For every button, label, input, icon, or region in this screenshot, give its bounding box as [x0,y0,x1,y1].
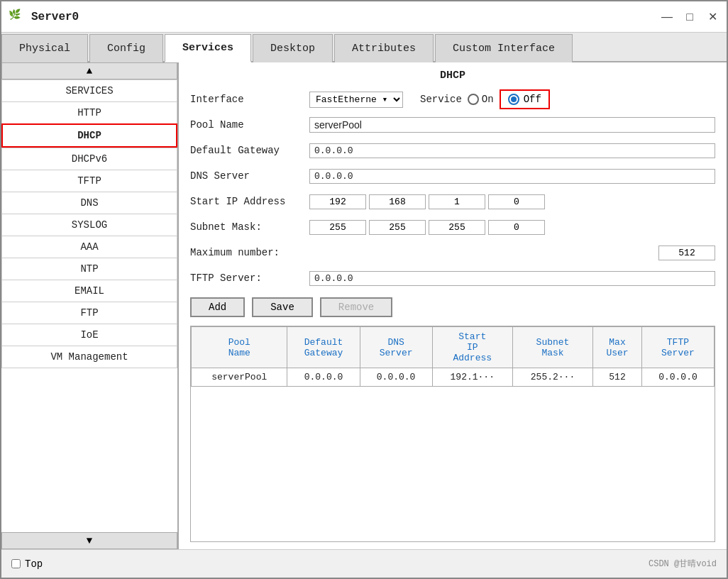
interface-service-row: Interface FastEtherne ▾ Service On Off [190,89,715,110]
top-checkbox[interactable] [11,559,21,568]
subnet-mask-octet1[interactable] [309,220,366,235]
off-radio-label: Off [524,94,541,105]
sidebar-item-vm-management[interactable]: VM Management [1,346,177,368]
sidebar-item-ftp[interactable]: FTP [1,302,177,324]
sidebar: ▲ SERVICES HTTP DHCP DHCPv6 TFTP DNS SYS… [1,62,179,549]
top-checkbox-label[interactable]: Top [11,558,43,570]
interface-label: Interface [190,94,304,105]
cell-pool-name: serverPool [192,368,287,387]
service-label: Service [420,94,462,105]
scroll-up-button[interactable]: ▲ [1,62,177,79]
dns-server-label: DNS Server [190,170,304,182]
tab-desktop[interactable]: Desktop [253,34,333,62]
col-default-gateway: DefaultGateway [287,327,360,368]
sidebar-item-aaa[interactable]: AAA [1,236,177,258]
cell-dns-server: 0.0.0.0 [360,368,432,387]
sidebar-item-ntp[interactable]: NTP [1,258,177,280]
dhcp-table-container: PoolName DefaultGateway DNSServer StartI… [190,326,715,542]
save-button[interactable]: Save [252,297,313,317]
main-window: 🌿 Server0 — □ ✕ Physical Config Services… [0,0,728,579]
sidebar-item-dns[interactable]: DNS [1,192,177,214]
sidebar-item-dhcpv6[interactable]: DHCPv6 [1,148,177,170]
col-dns-server: DNSServer [360,327,432,368]
default-gateway-input[interactable] [309,143,715,158]
close-button[interactable]: ✕ [705,10,719,24]
subnet-mask-octet2[interactable] [369,220,426,235]
tab-config[interactable]: Config [89,34,163,62]
add-button[interactable]: Add [190,297,245,317]
dns-server-row: DNS Server [190,165,715,187]
tab-services[interactable]: Services [165,34,251,62]
tftp-server-label: TFTP Server: [190,272,304,284]
start-ip-fields [309,194,545,209]
service-on-radio[interactable]: On [468,94,494,105]
pool-name-row: Pool Name [190,114,715,136]
dns-server-input[interactable] [309,169,715,184]
service-radio-group: On Off [468,89,550,109]
window-controls: — □ ✕ [660,10,719,24]
tab-bar: Physical Config Services Desktop Attribu… [1,33,727,62]
main-panel: DHCP Interface FastEtherne ▾ Service On … [179,62,727,549]
start-ip-octet3[interactable] [429,194,485,209]
tab-attributes[interactable]: Attributes [334,34,434,62]
max-number-input[interactable] [658,246,715,260]
col-tftp-server: TFTPServer [641,327,714,368]
tab-custom-interface[interactable]: Custom Interface [435,34,573,62]
service-off-box[interactable]: Off [500,89,550,109]
tab-physical[interactable]: Physical [1,34,88,62]
sidebar-item-syslog[interactable]: SYSLOG [1,214,177,236]
subnet-mask-row: Subnet Mask: [190,216,715,238]
pool-name-label: Pool Name [190,119,304,131]
subnet-mask-octet3[interactable] [429,220,485,235]
interface-select[interactable]: FastEtherne ▾ [309,92,403,108]
sidebar-items-list: SERVICES HTTP DHCP DHCPv6 TFTP DNS SYSLO… [1,79,177,532]
subnet-mask-label: Subnet Mask: [190,221,304,233]
top-label: Top [25,558,43,570]
off-radio-circle[interactable] [508,94,519,105]
start-ip-octet4[interactable] [488,194,545,209]
sidebar-item-ioe[interactable]: IoE [1,324,177,346]
on-radio-label: On [482,94,494,105]
col-start-ip: StartIPAddress [432,327,512,368]
watermark-text: CSDN @甘晴void [649,558,717,570]
pool-name-input[interactable] [309,117,715,133]
scroll-down-button[interactable]: ▼ [1,532,177,549]
title-bar: 🌿 Server0 — □ ✕ [1,1,727,33]
col-pool-name: PoolName [192,327,287,368]
max-number-label: Maximum number: [190,247,304,258]
maximize-button[interactable]: □ [683,10,697,24]
panel-title: DHCP [190,70,715,82]
app-icon: 🌿 [9,9,26,26]
start-ip-octet1[interactable] [309,194,366,209]
start-ip-label: Start IP Address [190,196,304,207]
subnet-mask-octet4[interactable] [488,220,545,235]
col-subnet-mask: SubnetMask [512,327,592,368]
start-ip-octet2[interactable] [369,194,426,209]
sidebar-item-services[interactable]: SERVICES [1,79,177,101]
sidebar-item-http[interactable]: HTTP [1,101,177,123]
remove-button[interactable]: Remove [320,297,392,317]
bottom-bar: Top CSDN @甘晴void [1,549,727,578]
table-row[interactable]: serverPool 0.0.0.0 0.0.0.0 192.1··· 255.… [192,368,715,387]
on-radio-circle[interactable] [468,94,479,105]
cell-subnet-mask: 255.2··· [512,368,592,387]
cell-max-user: 512 [593,368,642,387]
minimize-button[interactable]: — [660,10,674,24]
max-number-row: Maximum number: [190,242,715,263]
start-ip-row: Start IP Address [190,191,715,212]
col-max-user: MaxUser [593,327,642,368]
cell-default-gateway: 0.0.0.0 [287,368,360,387]
sidebar-item-dhcp[interactable]: DHCP [1,123,177,148]
tftp-server-input[interactable] [309,271,715,286]
sidebar-item-email[interactable]: EMAIL [1,280,177,302]
action-buttons-row: Add Save Remove [190,297,715,317]
tftp-server-row: TFTP Server: [190,268,715,289]
default-gateway-row: Default Gateway [190,140,715,161]
default-gateway-label: Default Gateway [190,145,304,156]
window-title: Server0 [31,11,660,23]
dhcp-table: PoolName DefaultGateway DNSServer StartI… [191,326,715,387]
subnet-mask-fields [309,220,545,235]
content-area: ▲ SERVICES HTTP DHCP DHCPv6 TFTP DNS SYS… [1,62,727,549]
cell-start-ip: 192.1··· [432,368,512,387]
sidebar-item-tftp[interactable]: TFTP [1,170,177,192]
